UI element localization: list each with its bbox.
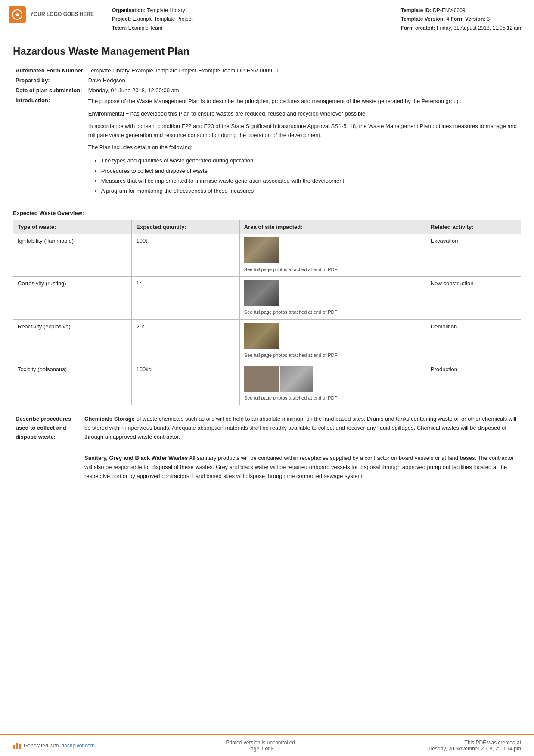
intro-para-1: The purpose of the Waste Management Plan… <box>88 97 518 106</box>
describe-content: Chemicals Storage of waste chemicals suc… <box>82 412 521 487</box>
form-number-label: Automated Form Number <box>13 66 86 75</box>
template-id-value: DP-ENV-0009 <box>433 7 465 13</box>
col-activity: Related activity: <box>426 220 521 234</box>
waste-qty-cell: 1t <box>132 277 239 319</box>
photo-thumbnail <box>244 237 279 263</box>
describe-label: Describe procedures used to collect and … <box>13 412 82 487</box>
photo-thumbnail <box>244 366 279 392</box>
intro-content: The purpose of the Waste Management Plan… <box>86 95 521 202</box>
waste-table: Type of waste: Expected quantity: Area o… <box>13 220 521 406</box>
table-row: Ignitability (flammable)100tSee full pag… <box>13 234 521 276</box>
footer-page: Page 1 of 8 <box>226 746 295 752</box>
img-cell: See full page photos attached at end of … <box>239 234 426 276</box>
template-version-label: Template Version: <box>401 16 445 22</box>
page: YOUR LOGO GOES HERE Organisation: Templa… <box>0 0 534 756</box>
img-cell: See full page photos attached at end of … <box>239 319 426 362</box>
header-right: Template ID: DP-ENV-0009 Template Versio… <box>401 6 521 32</box>
photo-thumbnail-2 <box>280 366 313 392</box>
bullet-list: The types and quantities of waste genera… <box>101 156 518 196</box>
col-area: Area of site impacted: <box>239 220 426 234</box>
form-version-label: Form Version: <box>451 16 486 22</box>
template-id-label: Template ID: <box>401 7 432 13</box>
bullet-item-3: Measures that will be implemented to min… <box>101 176 518 186</box>
describe-para-1: Chemicals Storage of waste chemicals suc… <box>84 415 518 441</box>
team-value: Example Team <box>128 25 162 31</box>
footer-right: This PDF was created at Tuesday, 20 Nove… <box>426 740 521 752</box>
photo-caption: See full page photos attached at end of … <box>244 352 422 359</box>
form-created-label: Form created: <box>401 25 435 31</box>
table-row: Corrosivity (rusting)1tSee full page pho… <box>13 277 521 319</box>
waste-activity-cell: Excavation <box>426 234 521 276</box>
chemicals-storage-text: of waste chemicals such as oils will be … <box>84 415 516 440</box>
date-row: Date of plan submission: Monday, 04 June… <box>13 85 521 95</box>
meta-table: Automated Form Number Template Library-E… <box>13 66 521 202</box>
waste-qty-cell: 100kg <box>132 362 239 405</box>
header: YOUR LOGO GOES HERE Organisation: Templa… <box>0 0 534 37</box>
photo-caption: See full page photos attached at end of … <box>244 309 422 316</box>
expected-waste-title: Expected Waste Overview: <box>13 210 521 216</box>
img-cell: See full page photos attached at end of … <box>239 277 426 319</box>
form-number-value: Template Library-Example Template Projec… <box>86 66 521 75</box>
bullet-item-1: The types and quantities of waste genera… <box>101 156 518 166</box>
describe-row: Describe procedures used to collect and … <box>13 412 521 487</box>
page-title: Hazardous Waste Management Plan <box>13 45 521 60</box>
photo-thumbnail <box>244 323 279 349</box>
intro-row: Introduction: The purpose of the Waste M… <box>13 95 521 202</box>
waste-type-cell: Ignitability (flammable) <box>13 234 132 276</box>
waste-type-cell: Toxicity (poisonous) <box>13 362 132 405</box>
footer-uncontrolled: Printed version is uncontrolled <box>226 740 295 746</box>
waste-qty-cell: 20t <box>132 319 239 362</box>
footer-center: Printed version is uncontrolled Page 1 o… <box>226 740 295 752</box>
form-number-row: Automated Form Number Template Library-E… <box>13 66 521 75</box>
bullet-item-2: Procedures to collect and dispose of was… <box>101 166 518 176</box>
waste-type-cell: Reactivity (explosive) <box>13 319 132 362</box>
footer-created-label: This PDF was created at <box>426 740 521 746</box>
org-value: Template Library <box>147 7 185 13</box>
footer: Generated with dashpivot.com Printed ver… <box>0 734 534 756</box>
generated-text: Generated with <box>24 743 59 749</box>
intro-para-4: The Plan includes details on the followi… <box>88 143 518 152</box>
waste-activity-cell: Production <box>426 362 521 405</box>
waste-activity-cell: Demolition <box>426 319 521 362</box>
dashpivot-link[interactable]: dashpivot.com <box>61 743 94 749</box>
describe-para-2: Sanitary, Grey and Black Water Wastes Al… <box>84 454 518 481</box>
main-content: Hazardous Waste Management Plan Automate… <box>0 37 534 734</box>
table-row: Toxicity (poisonous)100kgSee full page p… <box>13 362 521 405</box>
project-value: Example Template Project <box>133 16 192 22</box>
table-row: Reactivity (explosive)20tSee full page p… <box>13 319 521 362</box>
footer-bar-1 <box>13 745 15 749</box>
header-middle: Organisation: Template Library Project: … <box>112 6 401 32</box>
bullet-item-4: A program for monitoring the effectivene… <box>101 186 518 196</box>
col-quantity: Expected quantity: <box>132 220 239 234</box>
photo-thumbnail <box>244 280 279 306</box>
chemicals-storage-bold: Chemicals Storage <box>84 415 135 422</box>
photo-caption: See full page photos attached at end of … <box>244 266 422 273</box>
intro-para-3: In accordance with consent condition E22… <box>88 122 518 140</box>
prepared-by-label: Prepared by: <box>13 75 86 85</box>
footer-logo-icon <box>13 743 21 749</box>
img-cell: See full page photos attached at end of … <box>239 362 426 405</box>
date-value: Monday, 04 June 2018, 12:00:00 am <box>86 85 521 95</box>
sanitary-bold: Sanitary, Grey and Black Water Wastes <box>84 455 188 461</box>
waste-qty-cell: 100t <box>132 234 239 276</box>
project-label: Project: <box>112 16 131 22</box>
date-label: Date of plan submission: <box>13 85 86 95</box>
org-label: Organisation: <box>112 7 146 13</box>
waste-type-cell: Corrosivity (rusting) <box>13 277 132 319</box>
form-version-value: 3 <box>487 16 490 22</box>
team-label: Team: <box>112 25 127 31</box>
waste-activity-cell: New construction <box>426 277 521 319</box>
logo-text: YOUR LOGO GOES HERE <box>30 11 94 18</box>
intro-para-2: Environmental + has developed this Plan … <box>88 109 518 119</box>
footer-created-date: Tuesday, 20 November 2018, 2:10:14 pm <box>426 746 521 752</box>
logo-icon <box>9 6 26 23</box>
prepared-by-row: Prepared by: Dave Hodgson <box>13 75 521 85</box>
photo-caption: See full page photos attached at end of … <box>244 395 422 401</box>
form-created-value: Friday, 31 August 2018, 11:05:12 am <box>437 25 521 31</box>
describe-table: Describe procedures used to collect and … <box>13 412 521 487</box>
template-version-value: 4 <box>447 16 450 22</box>
footer-bar-3 <box>19 744 21 749</box>
prepared-by-value: Dave Hodgson <box>86 75 521 85</box>
intro-label: Introduction: <box>13 95 86 202</box>
col-type: Type of waste: <box>13 220 132 234</box>
